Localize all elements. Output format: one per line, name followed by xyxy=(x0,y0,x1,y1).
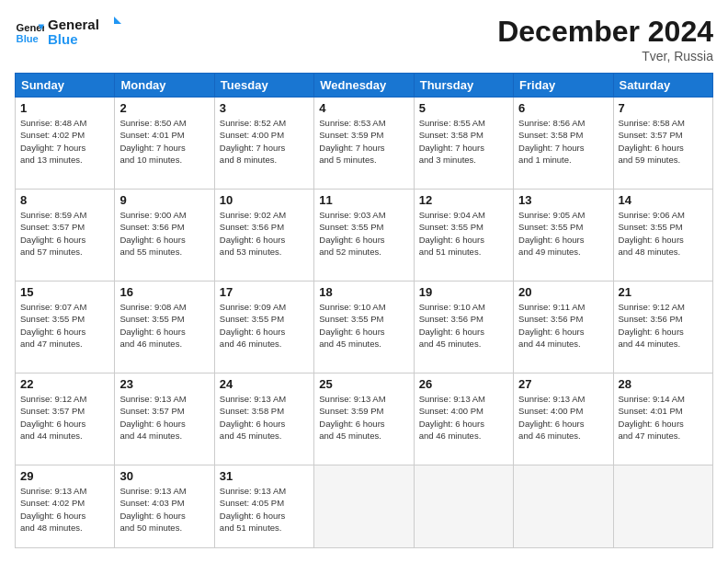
day-cell: 6Sunrise: 8:56 AMSunset: 3:58 PMDaylight… xyxy=(514,98,613,190)
day-cell: 30Sunrise: 9:13 AMSunset: 4:03 PMDayligh… xyxy=(115,465,214,548)
col-friday: Friday xyxy=(514,74,613,98)
day-number: 11 xyxy=(319,193,408,207)
day-info: Sunrise: 8:48 AMSunset: 4:02 PMDaylight:… xyxy=(20,117,109,166)
day-cell: 15Sunrise: 9:07 AMSunset: 3:55 PMDayligh… xyxy=(16,282,115,373)
day-number: 17 xyxy=(220,285,309,299)
day-number: 29 xyxy=(20,469,109,483)
day-cell: 16Sunrise: 9:08 AMSunset: 3:55 PMDayligh… xyxy=(115,282,214,373)
title-area: December 2024 Tver, Russia xyxy=(497,15,713,63)
week-row-5: 29Sunrise: 9:13 AMSunset: 4:02 PMDayligh… xyxy=(16,465,713,548)
day-number: 27 xyxy=(518,377,608,391)
day-cell: 5Sunrise: 8:55 AMSunset: 3:58 PMDaylight… xyxy=(414,98,513,190)
day-number: 10 xyxy=(220,193,309,207)
day-cell: 19Sunrise: 9:10 AMSunset: 3:56 PMDayligh… xyxy=(414,282,513,373)
day-info: Sunrise: 9:03 AMSunset: 3:55 PMDaylight:… xyxy=(319,209,408,258)
calendar-header-row: Sunday Monday Tuesday Wednesday Thursday… xyxy=(16,74,713,98)
col-monday: Monday xyxy=(115,74,214,98)
day-number: 19 xyxy=(419,285,508,299)
day-info: Sunrise: 9:00 AMSunset: 3:56 PMDaylight:… xyxy=(119,209,209,258)
day-info: Sunrise: 9:13 AMSunset: 4:02 PMDaylight:… xyxy=(20,485,109,534)
day-cell: 28Sunrise: 9:14 AMSunset: 4:01 PMDayligh… xyxy=(613,373,712,465)
day-number: 12 xyxy=(419,193,508,207)
day-number: 30 xyxy=(119,469,209,483)
col-thursday: Thursday xyxy=(414,74,513,98)
day-number: 20 xyxy=(518,285,608,299)
day-info: Sunrise: 8:53 AMSunset: 3:59 PMDaylight:… xyxy=(319,117,408,166)
day-number: 14 xyxy=(619,193,708,207)
day-info: Sunrise: 9:09 AMSunset: 3:55 PMDaylight:… xyxy=(220,301,309,350)
day-cell: 17Sunrise: 9:09 AMSunset: 3:55 PMDayligh… xyxy=(214,282,313,373)
day-cell: 24Sunrise: 9:13 AMSunset: 3:58 PMDayligh… xyxy=(214,373,313,465)
day-cell xyxy=(314,465,414,548)
day-number: 28 xyxy=(619,377,708,391)
day-cell: 22Sunrise: 9:12 AMSunset: 3:57 PMDayligh… xyxy=(16,373,115,465)
day-cell: 31Sunrise: 9:13 AMSunset: 4:05 PMDayligh… xyxy=(214,465,313,548)
day-cell: 13Sunrise: 9:05 AMSunset: 3:55 PMDayligh… xyxy=(514,190,613,282)
day-number: 5 xyxy=(419,101,508,115)
day-cell: 29Sunrise: 9:13 AMSunset: 4:02 PMDayligh… xyxy=(16,465,115,548)
day-info: Sunrise: 9:02 AMSunset: 3:56 PMDaylight:… xyxy=(220,209,309,258)
logo-svg: General Blue xyxy=(48,15,121,48)
day-cell: 9Sunrise: 9:00 AMSunset: 3:56 PMDaylight… xyxy=(115,190,214,282)
day-info: Sunrise: 8:56 AMSunset: 3:58 PMDaylight:… xyxy=(518,117,608,166)
day-cell: 21Sunrise: 9:12 AMSunset: 3:56 PMDayligh… xyxy=(613,282,712,373)
logo: General Blue General Blue xyxy=(15,15,121,52)
svg-text:General: General xyxy=(17,22,44,33)
col-saturday: Saturday xyxy=(613,74,712,98)
day-number: 2 xyxy=(119,101,209,115)
day-info: Sunrise: 9:14 AMSunset: 4:01 PMDaylight:… xyxy=(619,393,708,442)
col-sunday: Sunday xyxy=(16,74,115,98)
day-number: 8 xyxy=(20,193,109,207)
day-info: Sunrise: 8:55 AMSunset: 3:58 PMDaylight:… xyxy=(419,117,508,166)
day-info: Sunrise: 9:13 AMSunset: 4:00 PMDaylight:… xyxy=(419,393,508,442)
day-cell: 27Sunrise: 9:13 AMSunset: 4:00 PMDayligh… xyxy=(514,373,613,465)
day-info: Sunrise: 8:52 AMSunset: 4:00 PMDaylight:… xyxy=(220,117,309,166)
col-wednesday: Wednesday xyxy=(314,74,414,98)
svg-marker-5 xyxy=(114,17,121,24)
day-cell: 1Sunrise: 8:48 AMSunset: 4:02 PMDaylight… xyxy=(16,98,115,190)
svg-text:Blue: Blue xyxy=(48,31,78,47)
week-row-3: 15Sunrise: 9:07 AMSunset: 3:55 PMDayligh… xyxy=(16,282,713,373)
svg-text:General: General xyxy=(48,17,99,32)
day-info: Sunrise: 9:11 AMSunset: 3:56 PMDaylight:… xyxy=(518,301,608,350)
week-row-4: 22Sunrise: 9:12 AMSunset: 3:57 PMDayligh… xyxy=(16,373,713,465)
day-info: Sunrise: 9:13 AMSunset: 4:05 PMDaylight:… xyxy=(220,485,309,534)
day-cell: 23Sunrise: 9:13 AMSunset: 3:57 PMDayligh… xyxy=(115,373,214,465)
week-row-2: 8Sunrise: 8:59 AMSunset: 3:57 PMDaylight… xyxy=(16,190,713,282)
day-cell: 3Sunrise: 8:52 AMSunset: 4:00 PMDaylight… xyxy=(214,98,313,190)
day-info: Sunrise: 9:12 AMSunset: 3:57 PMDaylight:… xyxy=(20,393,109,442)
day-info: Sunrise: 9:13 AMSunset: 3:57 PMDaylight:… xyxy=(119,393,209,442)
day-cell: 12Sunrise: 9:04 AMSunset: 3:55 PMDayligh… xyxy=(414,190,513,282)
logo-icon: General Blue xyxy=(15,18,44,48)
day-number: 18 xyxy=(319,285,408,299)
day-cell: 10Sunrise: 9:02 AMSunset: 3:56 PMDayligh… xyxy=(214,190,313,282)
day-cell: 20Sunrise: 9:11 AMSunset: 3:56 PMDayligh… xyxy=(514,282,613,373)
day-info: Sunrise: 9:12 AMSunset: 3:56 PMDaylight:… xyxy=(619,301,708,350)
day-cell: 11Sunrise: 9:03 AMSunset: 3:55 PMDayligh… xyxy=(314,190,414,282)
day-number: 1 xyxy=(20,101,109,115)
day-number: 6 xyxy=(518,101,608,115)
day-info: Sunrise: 9:10 AMSunset: 3:55 PMDaylight:… xyxy=(319,301,408,350)
day-number: 21 xyxy=(619,285,708,299)
calendar-table: Sunday Monday Tuesday Wednesday Thursday… xyxy=(15,73,713,548)
day-info: Sunrise: 8:50 AMSunset: 4:01 PMDaylight:… xyxy=(119,117,209,166)
day-info: Sunrise: 8:58 AMSunset: 3:57 PMDaylight:… xyxy=(619,117,708,166)
day-info: Sunrise: 9:10 AMSunset: 3:56 PMDaylight:… xyxy=(419,301,508,350)
svg-text:Blue: Blue xyxy=(17,33,39,44)
header: General Blue General Blue December 2024 … xyxy=(15,15,713,63)
day-number: 9 xyxy=(119,193,209,207)
day-cell: 8Sunrise: 8:59 AMSunset: 3:57 PMDaylight… xyxy=(16,190,115,282)
day-info: Sunrise: 9:07 AMSunset: 3:55 PMDaylight:… xyxy=(20,301,109,350)
day-info: Sunrise: 9:13 AMSunset: 3:58 PMDaylight:… xyxy=(220,393,309,442)
day-number: 31 xyxy=(220,469,309,483)
day-number: 16 xyxy=(119,285,209,299)
day-number: 13 xyxy=(518,193,608,207)
day-info: Sunrise: 9:06 AMSunset: 3:55 PMDaylight:… xyxy=(619,209,708,258)
day-cell: 7Sunrise: 8:58 AMSunset: 3:57 PMDaylight… xyxy=(613,98,712,190)
month-title: December 2024 xyxy=(497,15,713,49)
day-number: 15 xyxy=(20,285,109,299)
day-number: 7 xyxy=(619,101,708,115)
day-info: Sunrise: 8:59 AMSunset: 3:57 PMDaylight:… xyxy=(20,209,109,258)
day-number: 26 xyxy=(419,377,508,391)
day-cell: 14Sunrise: 9:06 AMSunset: 3:55 PMDayligh… xyxy=(613,190,712,282)
